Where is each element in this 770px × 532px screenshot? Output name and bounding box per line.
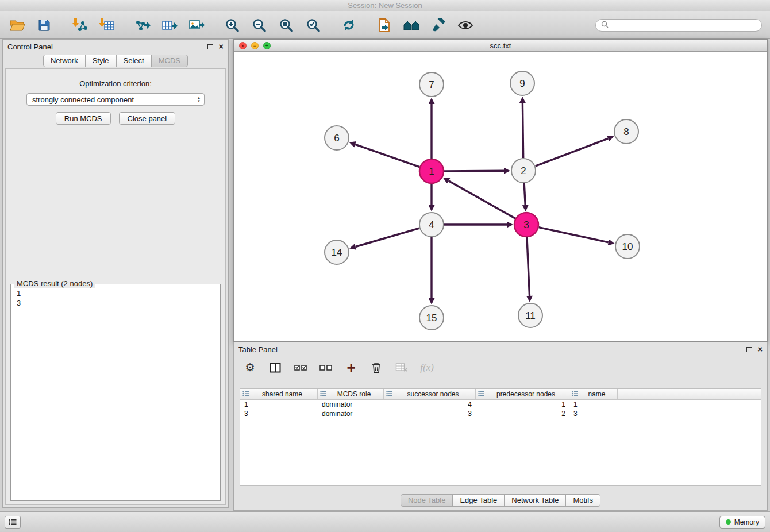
paint-brush-icon	[431, 18, 446, 33]
table-panel-tabs: Node TableEdge TableNetwork TableMotifs	[234, 494, 767, 507]
minimize-window-icon[interactable]: −	[251, 42, 259, 49]
tab-network-table[interactable]: Network Table	[504, 494, 566, 507]
node-3[interactable]: 3	[514, 213, 538, 237]
tab-edge-table[interactable]: Edge Table	[452, 494, 505, 507]
close-window-icon[interactable]: ×	[239, 42, 247, 49]
zoom-check-button[interactable]	[304, 16, 322, 34]
zoom-out-button[interactable]	[250, 16, 268, 34]
table-cell: 4	[384, 400, 476, 408]
float-panel-icon[interactable]	[207, 44, 213, 49]
column-label: MCDS role	[327, 390, 381, 398]
network-graph[interactable]: 7968124314101511	[234, 52, 767, 341]
clear-checks-button[interactable]	[319, 360, 333, 375]
add-plus-button[interactable]: +	[344, 360, 358, 375]
double-home-button[interactable]	[402, 16, 421, 34]
split-columns-button[interactable]	[268, 360, 282, 375]
edge-3-11[interactable]	[527, 237, 530, 296]
table-export-button[interactable]	[160, 16, 179, 34]
edge-2-8[interactable]	[536, 138, 609, 166]
node-8[interactable]: 8	[614, 119, 638, 144]
folder-open-button[interactable]	[8, 16, 26, 34]
tab-node-table[interactable]: Node Table	[401, 494, 453, 507]
refresh-layout-button[interactable]	[340, 16, 358, 34]
node-15[interactable]: 15	[419, 306, 444, 330]
gear-button[interactable]: ⚙	[243, 360, 257, 375]
tab-mcds[interactable]: MCDS	[151, 55, 188, 67]
node-7[interactable]: 7	[419, 72, 444, 97]
node-1[interactable]: 1	[419, 159, 444, 183]
delete-table-icon	[395, 363, 408, 373]
paint-brush-button[interactable]	[429, 16, 448, 34]
floppy-save-button[interactable]	[35, 16, 53, 34]
select-all-checks-button[interactable]	[294, 360, 307, 375]
column-label: shared name	[249, 390, 315, 398]
run-mcds-button[interactable]: Run MCDS	[56, 112, 111, 125]
column-header-predecessor-nodes[interactable]: predecessor nodes	[476, 389, 569, 399]
close-table-panel-icon[interactable]: ×	[757, 346, 763, 352]
edge-2-3[interactable]	[524, 183, 525, 205]
node-label: 3	[523, 219, 529, 230]
tab-network[interactable]: Network	[43, 55, 86, 67]
search-icon	[601, 21, 609, 30]
eye-button[interactable]	[456, 16, 475, 34]
network-export-button[interactable]	[133, 16, 152, 34]
column-label: predecessor nodes	[485, 390, 567, 398]
search-box[interactable]	[595, 19, 762, 32]
node-4[interactable]: 4	[419, 213, 444, 237]
mcds-result-list[interactable]: 13	[12, 286, 219, 499]
node-9[interactable]: 9	[510, 71, 534, 95]
close-panel-button[interactable]: Close panel	[119, 112, 176, 125]
tab-select[interactable]: Select	[116, 55, 152, 67]
network-canvas[interactable]: 7968124314101511	[234, 52, 767, 341]
column-header-name[interactable]: name	[569, 389, 618, 399]
node-11[interactable]: 11	[518, 303, 542, 327]
edge-3-10[interactable]	[539, 228, 609, 242]
node-14[interactable]: 14	[325, 240, 349, 264]
node-6[interactable]: 6	[325, 126, 349, 150]
tab-motifs[interactable]: Motifs	[565, 494, 600, 507]
node-2[interactable]: 2	[511, 159, 536, 183]
edge-2-9[interactable]	[522, 103, 523, 158]
column-type-icon	[242, 390, 249, 398]
status-bar: Memory	[0, 511, 770, 532]
edge-1-6[interactable]	[355, 144, 419, 167]
column-header-MCDS-role[interactable]: MCDS role	[318, 389, 384, 399]
trash-button[interactable]	[369, 360, 383, 375]
edge-4-14[interactable]	[356, 228, 419, 246]
column-header-shared-name[interactable]: shared name	[240, 389, 318, 399]
mcds-result-item: 3	[17, 298, 214, 308]
network-import-button[interactable]	[71, 16, 89, 34]
memory-label: Memory	[734, 518, 759, 526]
table-import-button[interactable]	[98, 16, 116, 34]
main-toolbar	[0, 11, 770, 39]
tab-style[interactable]: Style	[85, 55, 117, 67]
close-panel-icon[interactable]: ×	[218, 44, 224, 49]
table-row[interactable]: 1dominator411	[240, 400, 761, 409]
node-label: 8	[623, 126, 629, 137]
zoom-fit-button[interactable]	[277, 16, 295, 34]
edge-3-1[interactable]	[449, 181, 515, 219]
column-header-successor-nodes[interactable]: successor nodes	[384, 389, 476, 399]
memory-status-icon	[726, 519, 731, 525]
column-type-icon	[320, 390, 327, 398]
search-input[interactable]	[611, 21, 756, 29]
function-fx-button[interactable]: f(x)	[420, 360, 434, 375]
delete-table-button[interactable]	[395, 360, 409, 375]
mcds-buttons-row: Run MCDS Close panel	[6, 112, 225, 125]
zoom-in-button[interactable]	[223, 16, 241, 34]
control-panel: Control Panel × NetworkStyleSelectMCDS O…	[2, 39, 229, 508]
image-export-button[interactable]	[187, 16, 206, 34]
table-cell: dominator	[318, 400, 384, 408]
zoom-window-icon[interactable]: +	[263, 42, 271, 49]
node-label: 6	[334, 133, 339, 144]
float-table-panel-icon[interactable]	[746, 347, 752, 352]
node-10[interactable]: 10	[615, 234, 640, 259]
edge-1-2[interactable]	[444, 171, 504, 171]
document-share-button[interactable]	[375, 16, 394, 34]
optimization-dropdown[interactable]: strongly connected component ▲▼	[26, 93, 205, 106]
table-row[interactable]: 3dominator323	[240, 409, 761, 418]
network-window-titlebar: × − + scc.txt	[234, 40, 767, 52]
memory-button[interactable]: Memory	[719, 516, 765, 529]
panel-toggle-button[interactable]	[5, 516, 21, 529]
add-plus-icon: +	[346, 361, 355, 374]
